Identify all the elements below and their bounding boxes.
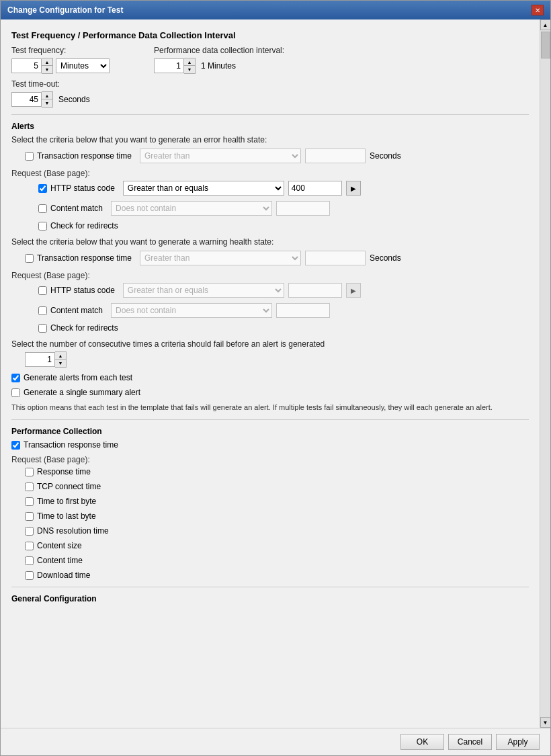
error-transaction-unit: Seconds xyxy=(370,151,401,161)
warning-transaction-checkbox[interactable]: Transaction response time xyxy=(25,253,132,263)
consecutive-input[interactable]: 1 xyxy=(25,352,55,367)
perf-transaction-checkbox[interactable]: Transaction response time xyxy=(11,440,118,450)
warning-content-checkbox[interactable]: Content match xyxy=(38,306,103,315)
content-size-label: Content size xyxy=(37,541,82,550)
warning-transaction-operator[interactable]: Greater than xyxy=(140,251,301,265)
error-transaction-checkbox[interactable]: Transaction response time xyxy=(25,151,132,161)
time-first-byte-check[interactable] xyxy=(25,497,34,506)
close-button[interactable]: ✕ xyxy=(532,5,544,15)
cancel-button[interactable]: Cancel xyxy=(448,734,492,750)
response-time-label: Response time xyxy=(37,467,91,476)
error-content-checkbox[interactable]: Content match xyxy=(38,204,103,213)
error-http-operator[interactable]: Greater than or equals Greater than Less… xyxy=(123,181,284,196)
generate-each-check[interactable] xyxy=(11,374,20,382)
content-size-check[interactable] xyxy=(25,542,34,550)
error-http-arrow-btn[interactable]: ▶ xyxy=(346,181,361,196)
error-http-checkbox[interactable]: HTTP status code xyxy=(38,183,115,193)
content-size-checkbox[interactable]: Content size xyxy=(25,541,82,550)
info-text: This option means that each test in the … xyxy=(11,403,529,413)
warning-content-value[interactable] xyxy=(276,303,330,318)
error-redirects-label: Check for redirects xyxy=(50,221,118,230)
warning-transaction-check[interactable] xyxy=(25,254,34,263)
warning-content-operator[interactable]: Does not contain xyxy=(111,303,272,318)
error-content-operator[interactable]: Does not contain xyxy=(111,201,272,216)
error-transaction-label: Transaction response time xyxy=(37,151,132,161)
warning-redirects-check[interactable] xyxy=(38,324,47,333)
tcp-connect-check[interactable] xyxy=(25,482,34,491)
error-redirects-check[interactable] xyxy=(38,222,47,230)
frequency-unit-select[interactable]: Minutes Hours xyxy=(56,58,110,73)
warning-http-operator[interactable]: Greater than or equals xyxy=(123,283,284,298)
time-last-byte-checkbox[interactable]: Time to last byte xyxy=(25,511,96,521)
warning-transaction-value[interactable] xyxy=(305,251,366,265)
test-frequency-input[interactable]: 5 xyxy=(11,58,42,73)
dns-resolution-checkbox[interactable]: DNS resolution time xyxy=(25,526,109,536)
perf-down-btn[interactable]: ▼ xyxy=(184,66,195,73)
warning-redirects-label: Check for redirects xyxy=(50,323,118,333)
alerts-title: Alerts xyxy=(11,122,529,131)
warning-transaction-label: Transaction response time xyxy=(37,253,132,263)
perf-transaction-label: Transaction response time xyxy=(24,440,118,450)
title-bar: Change Configuration for Test ✕ xyxy=(1,1,550,19)
error-transaction-check[interactable] xyxy=(25,152,34,161)
response-time-check[interactable] xyxy=(25,468,34,476)
perf-up-btn[interactable]: ▲ xyxy=(184,58,195,66)
timeout-up-btn[interactable]: ▲ xyxy=(42,92,52,99)
warning-http-checkbox[interactable]: HTTP status code xyxy=(38,286,115,295)
timeout-input[interactable]: 45 xyxy=(11,92,42,107)
perf-data-input[interactable]: 1 xyxy=(154,58,184,73)
error-transaction-operator[interactable]: Greater than xyxy=(140,149,301,163)
perf-transaction-check[interactable] xyxy=(11,441,20,450)
frequency-section-title: Test Frequency / Performance Data Collec… xyxy=(11,30,529,40)
generate-single-check[interactable] xyxy=(11,388,20,397)
content-time-label: Content time xyxy=(37,556,83,565)
error-http-value[interactable]: 400 xyxy=(288,181,342,196)
content-time-check[interactable] xyxy=(25,556,34,565)
scrollbar-down-btn[interactable]: ▼ xyxy=(540,717,551,728)
consecutive-down-btn[interactable]: ▼ xyxy=(55,360,66,367)
warning-criteria-label: Select the criteria below that you want … xyxy=(11,237,529,247)
download-time-checkbox[interactable]: Download time xyxy=(25,571,90,580)
response-time-checkbox[interactable]: Response time xyxy=(25,467,91,476)
error-http-check[interactable] xyxy=(38,184,47,193)
error-content-value[interactable] xyxy=(276,201,330,216)
generate-each-checkbox[interactable]: Generate alerts from each test xyxy=(11,373,132,382)
timeout-down-btn[interactable]: ▼ xyxy=(42,99,52,107)
general-config-title: General Configuration xyxy=(11,594,529,603)
warning-http-arrow-btn[interactable]: ▶ xyxy=(346,283,361,298)
perf-request-label: Request (Base page): xyxy=(11,455,529,464)
frequency-up-btn[interactable]: ▲ xyxy=(42,58,52,66)
scrollbar-up-btn[interactable]: ▲ xyxy=(540,19,551,30)
scrollbar[interactable]: ▲ ▼ xyxy=(540,19,550,728)
main-content: Test Frequency / Performance Data Collec… xyxy=(1,19,540,728)
timeout-unit: Seconds xyxy=(58,95,90,104)
warning-http-check[interactable] xyxy=(38,286,47,295)
download-time-check[interactable] xyxy=(25,571,34,580)
time-first-byte-label: Time to first byte xyxy=(37,497,96,506)
perf-data-unit: 1 Minutes xyxy=(201,61,236,71)
dns-resolution-label: DNS resolution time xyxy=(37,526,109,536)
content-time-checkbox[interactable]: Content time xyxy=(25,556,83,565)
warning-transaction-unit: Seconds xyxy=(370,253,401,263)
dns-resolution-check[interactable] xyxy=(25,527,34,536)
tcp-connect-checkbox[interactable]: TCP connect time xyxy=(25,482,101,491)
ok-button[interactable]: OK xyxy=(400,734,444,750)
consecutive-up-btn[interactable]: ▲ xyxy=(55,352,66,360)
frequency-down-btn[interactable]: ▼ xyxy=(42,66,52,73)
warning-request-label: Request (Base page): xyxy=(11,271,529,280)
error-transaction-value[interactable] xyxy=(305,149,366,163)
error-redirects-checkbox[interactable]: Check for redirects xyxy=(38,221,118,230)
error-request-label: Request (Base page): xyxy=(11,169,529,178)
error-content-check[interactable] xyxy=(38,204,47,213)
warning-http-value[interactable] xyxy=(288,283,342,298)
time-last-byte-check[interactable] xyxy=(25,512,34,521)
apply-button[interactable]: Apply xyxy=(496,734,540,750)
scrollbar-thumb[interactable] xyxy=(541,32,550,58)
time-first-byte-checkbox[interactable]: Time to first byte xyxy=(25,497,96,506)
generate-single-checkbox[interactable]: Generate a single summary alert xyxy=(11,388,140,397)
warning-content-check[interactable] xyxy=(38,306,47,315)
warning-redirects-checkbox[interactable]: Check for redirects xyxy=(38,323,118,333)
window-title: Change Configuration for Test xyxy=(7,5,123,15)
consecutive-label: Select the number of consecutive times a… xyxy=(11,339,529,349)
error-http-label: HTTP status code xyxy=(50,183,115,193)
